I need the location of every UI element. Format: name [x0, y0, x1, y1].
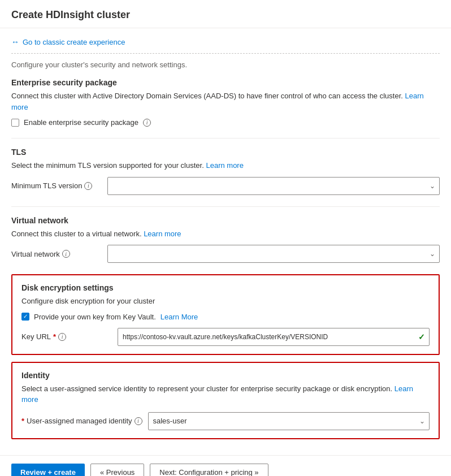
virtual-network-label: Virtual network i	[11, 250, 102, 258]
footer-bar: Review + create « Previous Next: Configu…	[0, 455, 451, 477]
disk-encryption-learn-more[interactable]: Learn More	[161, 313, 198, 321]
provide-own-key-checkbox[interactable]	[21, 313, 29, 321]
identity-select[interactable]: sales-user	[148, 412, 430, 430]
identity-section: Identity Select a user-assigned service …	[11, 362, 440, 439]
intro-description: Configure your cluster's security and ne…	[11, 60, 440, 69]
enterprise-security-info-icon: i	[143, 119, 151, 127]
classic-link-row: ↔ Go to classic create experience	[11, 37, 440, 54]
key-url-row: Key URL * i ✓	[21, 328, 430, 346]
virtual-network-section: Virtual network Connect this cluster to …	[11, 216, 440, 263]
tls-section: TLS Select the minimum TLS version suppo…	[11, 148, 440, 195]
enterprise-security-section: Enterprise security package Connect this…	[11, 78, 440, 127]
enable-enterprise-security-checkbox[interactable]	[11, 119, 19, 127]
identity-info-icon: i	[135, 417, 142, 425]
divider-1	[11, 138, 440, 139]
identity-dropdown-wrapper: sales-user ⌄	[148, 412, 430, 430]
disk-encryption-title: Disk encryption settings	[21, 283, 430, 292]
tls-version-select[interactable]: None 1.0 1.1 1.2	[107, 177, 440, 195]
page-header: Create HDInsight cluster	[0, 0, 451, 28]
key-url-info-icon: i	[58, 333, 66, 341]
tls-version-label: Minimum TLS version i	[11, 181, 102, 190]
tls-title: TLS	[11, 148, 440, 157]
enable-enterprise-security-row: Enable enterprise security package i	[11, 118, 440, 127]
identity-field-label: * User-assigned managed identity i	[21, 417, 142, 425]
identity-required-star: *	[21, 417, 24, 425]
virtual-network-info-icon: i	[62, 250, 70, 258]
disk-encryption-section: Disk encryption settings Configure disk …	[11, 274, 440, 355]
disk-encryption-description: Configure disk encryption for your clust…	[21, 296, 430, 307]
key-url-input-wrapper: ✓	[118, 328, 430, 346]
enable-enterprise-security-label: Enable enterprise security package	[24, 118, 138, 127]
virtual-network-description: Connect this cluster to a virtual networ…	[11, 228, 440, 240]
tls-info-icon: i	[84, 182, 92, 190]
key-url-valid-icon: ✓	[418, 332, 425, 341]
tls-description: Select the minimum TLS version supported…	[11, 160, 440, 171]
key-url-required-star: *	[53, 332, 56, 341]
content-area: ↔ Go to classic create experience Config…	[0, 28, 451, 455]
arrows-icon: ↔	[11, 37, 19, 46]
page-wrapper: Create HDInsight cluster ↔ Go to classic…	[0, 0, 451, 476]
virtual-network-learn-more[interactable]: Learn more	[144, 230, 181, 238]
identity-description: Select a user-assigned service identity …	[21, 383, 430, 405]
tls-learn-more[interactable]: Learn more	[206, 161, 243, 170]
review-create-button[interactable]: Review + create	[11, 464, 85, 477]
identity-field-row: * User-assigned managed identity i sales…	[21, 412, 430, 430]
previous-button[interactable]: « Previous	[90, 464, 144, 477]
classic-create-link[interactable]: Go to classic create experience	[23, 38, 125, 46]
tls-version-dropdown-wrapper: None 1.0 1.1 1.2 ⌄	[107, 177, 440, 195]
virtual-network-select[interactable]	[107, 245, 440, 263]
identity-title: Identity	[21, 371, 430, 380]
key-url-input[interactable]	[118, 328, 430, 346]
virtual-network-row: Virtual network i ⌄	[11, 245, 440, 263]
virtual-network-dropdown-wrapper: ⌄	[107, 245, 440, 263]
disk-encryption-checkbox-row: Provide your own key from Key Vault. Lea…	[21, 313, 430, 321]
next-button[interactable]: Next: Configuration + pricing »	[150, 464, 268, 477]
virtual-network-title: Virtual network	[11, 216, 440, 225]
divider-2	[11, 206, 440, 207]
enterprise-security-description: Connect this cluster with Active Directo…	[11, 90, 440, 112]
page-title: Create HDInsight cluster	[11, 9, 440, 21]
enterprise-security-title: Enterprise security package	[11, 78, 440, 87]
provide-own-key-label: Provide your own key from Key Vault.	[34, 313, 156, 321]
key-url-label: Key URL * i	[21, 332, 112, 341]
tls-version-row: Minimum TLS version i None 1.0 1.1 1.2 ⌄	[11, 177, 440, 195]
